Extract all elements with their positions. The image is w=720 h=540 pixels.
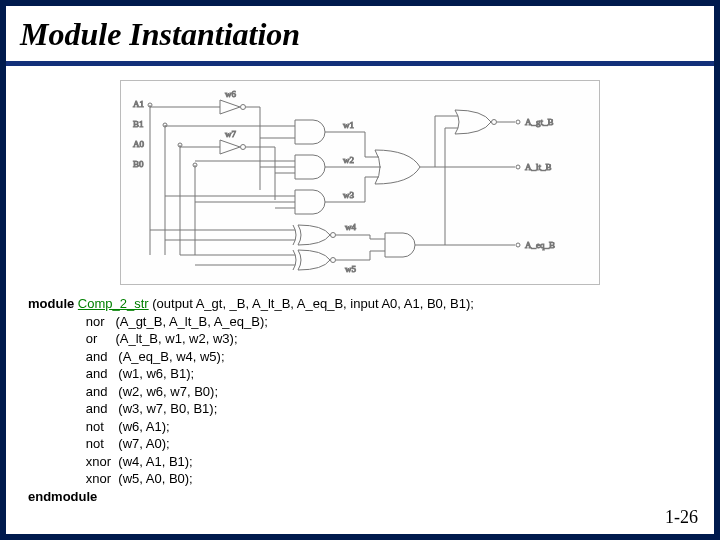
label-a-lt-b: A_lt_B (525, 162, 552, 172)
kw-module: module (28, 296, 74, 311)
xnor-gate-w4 (150, 225, 370, 245)
label-w1: w1 (343, 120, 354, 130)
verilog-code-block: module Comp_2_str (output A_gt, _B, A_lt… (6, 295, 714, 506)
slide-title: Module Instantiation (6, 6, 714, 66)
not-gate-w7 (180, 140, 275, 200)
circuit-diagram: A1 B1 A0 B0 w (120, 80, 600, 285)
svg-point-55 (516, 243, 520, 247)
and-gate-aeqb (370, 233, 515, 260)
svg-point-33 (516, 165, 520, 169)
svg-point-40 (516, 120, 520, 124)
label-w4: w4 (345, 222, 356, 232)
label-a-eq-b: A_eq_B (525, 240, 555, 250)
module-decl-line: module Comp_2_str (output A_gt, _B, A_lt… (28, 295, 714, 313)
label-b0: B0 (133, 159, 144, 169)
label-a-gt-b: A_gt_B (525, 117, 554, 127)
nor-gate-agtb (435, 110, 515, 240)
label-w7: w7 (225, 129, 236, 139)
svg-point-45 (331, 258, 336, 263)
label-b1: B1 (133, 119, 144, 129)
svg-point-34 (492, 120, 497, 125)
gate-schematic: A1 B1 A0 B0 w (125, 85, 595, 280)
module-ports: (output A_gt, _B, A_lt_B, A_eq_B, input … (149, 296, 474, 311)
label-w6: w6 (225, 89, 236, 99)
label-w3: w3 (343, 190, 354, 200)
or-gate-altb (365, 132, 515, 202)
kw-endmodule: endmodule (28, 489, 97, 504)
svg-point-41 (331, 233, 336, 238)
xnor-gate-w5 (180, 250, 370, 270)
code-body: nor (A_gt_B, A_lt_B, A_eq_B); or (A_lt_B… (28, 313, 714, 488)
label-a1: A1 (133, 99, 144, 109)
and-gate-w1 (165, 120, 365, 144)
module-name: Comp_2_str (78, 296, 149, 311)
label-w2: w2 (343, 155, 354, 165)
and-gate-w2 (195, 155, 365, 179)
label-w5: w5 (345, 264, 356, 274)
label-a0: A0 (133, 139, 144, 149)
page-number: 1-26 (665, 507, 698, 528)
